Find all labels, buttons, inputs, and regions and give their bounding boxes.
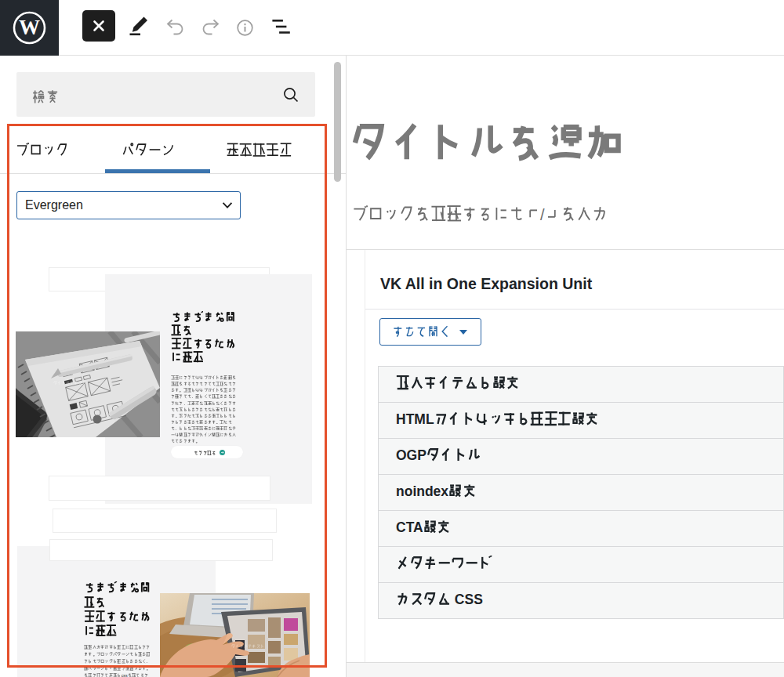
- svg-text:W: W: [19, 16, 40, 39]
